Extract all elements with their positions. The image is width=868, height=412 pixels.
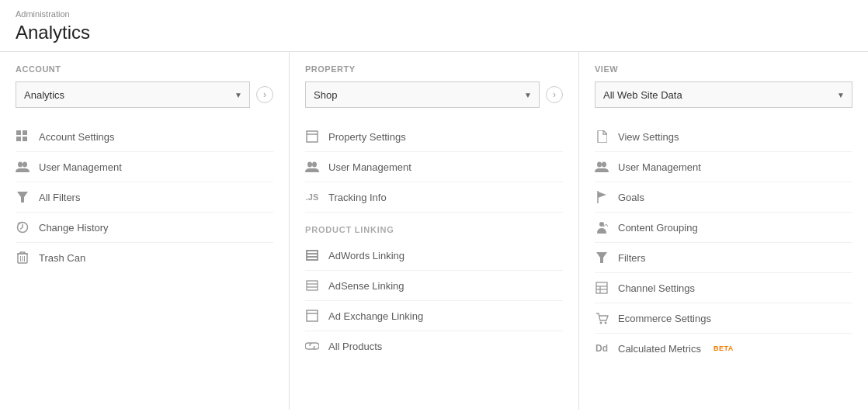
account-column: ACCOUNT Analytics ▼ › Accou: [0, 52, 290, 410]
columns: ACCOUNT Analytics ▼ › Accou: [0, 52, 868, 410]
adwords-linking-label: AdWords Linking: [328, 250, 404, 261]
ecommerce-settings-label: Ecommerce Settings: [618, 313, 711, 324]
adwords-icon: [305, 248, 319, 262]
svg-rect-21: [306, 253, 318, 254]
sidebar-item-trash-can[interactable]: Trash Can: [16, 243, 273, 272]
goals-label: Goals: [618, 192, 644, 203]
account-dropdown-row: Analytics ▼ ›: [16, 81, 273, 108]
svg-rect-20: [306, 250, 318, 251]
trash-icon: [16, 251, 30, 265]
svg-rect-24: [306, 250, 307, 261]
sidebar-item-calculated-metrics[interactable]: Dd Calculated Metrics BETA: [595, 334, 852, 363]
svg-point-18: [307, 162, 312, 168]
tracking-info-label: Tracking Info: [328, 192, 387, 203]
change-history-label: Change History: [39, 222, 109, 234]
sidebar-item-goals[interactable]: Goals: [595, 182, 852, 213]
sidebar-item-channel-settings[interactable]: Channel Settings: [595, 273, 852, 303]
account-label: ACCOUNT: [16, 64, 273, 74]
property-select[interactable]: Shop: [305, 81, 540, 108]
sidebar-item-ecommerce-settings[interactable]: Ecommerce Settings: [595, 303, 852, 334]
link-icon: [305, 339, 319, 353]
filter-icon: [16, 190, 30, 204]
adsense-icon: [305, 279, 319, 293]
sidebar-item-user-management-v[interactable]: User Management: [595, 152, 852, 182]
svg-rect-25: [317, 250, 318, 261]
svg-rect-22: [306, 256, 318, 258]
property-next-arrow-icon: ›: [546, 86, 563, 103]
ad-exchange-linking-label: Ad Exchange Linking: [328, 310, 423, 322]
history-icon: [16, 220, 30, 234]
filters-label: Filters: [618, 252, 645, 264]
sidebar-item-view-settings[interactable]: View Settings: [595, 122, 852, 152]
square-icon: [305, 130, 319, 144]
svg-point-5: [23, 162, 27, 168]
sidebar-item-user-management-p[interactable]: User Management: [305, 152, 563, 182]
adsense-linking-label: AdSense Linking: [328, 280, 404, 292]
user-management-a-label: User Management: [39, 161, 122, 173]
calculated-metrics-label: Calculated Metrics: [618, 343, 701, 355]
user-management-v-label: User Management: [618, 161, 701, 173]
sidebar-item-all-filters[interactable]: All Filters: [16, 182, 273, 213]
view-label: VIEW: [595, 64, 852, 74]
property-column: PROPERTY Shop ▼ › Property: [290, 52, 579, 410]
sidebar-item-all-products[interactable]: All Products: [305, 331, 563, 361]
view-dropdown-row: All Web Site Data ▼: [595, 81, 852, 108]
trash-can-label: Trash Can: [39, 252, 85, 264]
sidebar-item-tracking-info[interactable]: .JS Tracking Info: [305, 182, 563, 213]
sidebar-item-filters[interactable]: Filters: [595, 243, 852, 273]
all-products-label: All Products: [328, 341, 382, 352]
property-dropdown-row: Shop ▼ ›: [305, 81, 563, 108]
property-label: PROPERTY: [305, 64, 563, 74]
sidebar-item-change-history[interactable]: Change History: [16, 213, 273, 243]
svg-point-4: [18, 162, 23, 168]
users-p-icon: [305, 160, 319, 174]
breadcrumb: Administration: [16, 9, 852, 19]
account-settings-label: Account Settings: [39, 131, 115, 143]
person-icon: [595, 220, 609, 234]
all-filters-label: All Filters: [39, 192, 80, 203]
sidebar-item-user-management-a[interactable]: User Management: [16, 152, 273, 182]
sidebar-item-content-grouping[interactable]: Content Grouping: [595, 213, 852, 243]
property-dropdown-wrapper[interactable]: Shop ▼: [305, 81, 540, 108]
sidebar-item-account-settings[interactable]: Account Settings: [16, 122, 273, 152]
svg-rect-37: [596, 282, 607, 293]
svg-point-41: [599, 321, 602, 324]
content-grouping-label: Content Grouping: [618, 222, 698, 234]
svg-marker-6: [17, 192, 28, 203]
sidebar-item-adsense-linking[interactable]: AdSense Linking: [305, 271, 563, 301]
sidebar-item-adwords-linking[interactable]: AdWords Linking: [305, 241, 563, 271]
sidebar-item-ad-exchange-linking[interactable]: Ad Exchange Linking: [305, 301, 563, 331]
svg-point-32: [602, 162, 606, 168]
flag-icon: [595, 190, 609, 204]
grid-icon: [16, 130, 30, 144]
user-management-p-label: User Management: [328, 161, 411, 173]
product-linking-label: PRODUCT LINKING: [305, 225, 563, 234]
account-select[interactable]: Analytics: [16, 81, 250, 108]
svg-marker-36: [596, 252, 607, 263]
property-settings-label: Property Settings: [328, 131, 406, 143]
account-dropdown-wrapper[interactable]: Analytics ▼: [16, 81, 250, 108]
svg-rect-3: [23, 137, 27, 141]
doc-icon: [595, 130, 609, 144]
svg-rect-23: [306, 259, 318, 261]
sidebar-item-property-settings[interactable]: Property Settings: [305, 122, 563, 152]
svg-marker-34: [598, 192, 606, 198]
svg-rect-0: [16, 130, 21, 135]
svg-point-31: [597, 162, 602, 168]
ad-exchange-icon: [305, 309, 319, 323]
users-icon: [16, 160, 30, 174]
view-select[interactable]: All Web Site Data: [595, 81, 852, 108]
header: Administration Analytics: [0, 0, 868, 52]
svg-rect-29: [307, 310, 318, 321]
beta-badge: BETA: [713, 344, 734, 352]
filter-v-icon: [595, 251, 609, 265]
svg-rect-26: [307, 281, 318, 290]
page-wrapper: Administration Analytics ACCOUNT Analyti…: [0, 0, 868, 412]
channels-icon: [595, 281, 609, 295]
channel-settings-label: Channel Settings: [618, 282, 695, 294]
svg-rect-1: [23, 130, 27, 135]
users-v-icon: [595, 160, 609, 174]
cart-icon: [595, 311, 609, 325]
view-dropdown-wrapper[interactable]: All Web Site Data ▼: [595, 81, 852, 108]
view-settings-label: View Settings: [618, 131, 679, 143]
